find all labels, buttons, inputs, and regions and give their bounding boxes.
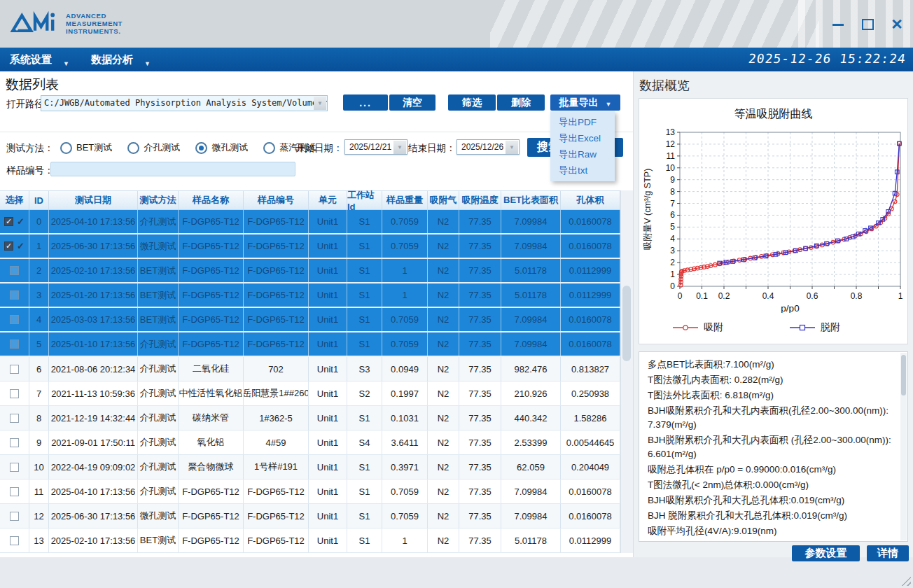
parameter-settings-button[interactable]: 参数设置	[792, 545, 860, 561]
row-checkbox[interactable]	[10, 414, 19, 423]
radio-icon	[60, 142, 72, 154]
table-row[interactable]: ✓✓12025-06-30 17:13:56微孔测试F-DGP65-T12F-D…	[0, 234, 620, 259]
menu-system-settings[interactable]: 系统设置▼	[10, 48, 69, 71]
sample-number-input[interactable]	[50, 162, 295, 176]
table-scrollbar[interactable]	[620, 190, 633, 553]
select-cell	[0, 455, 29, 479]
table-row[interactable]: 72021-11-13 10:59:36介孔测试中性活性氧化铝岳阳慧景1##26…	[0, 382, 620, 406]
table-cell: F-DGP65-T12	[179, 504, 244, 528]
method-radio[interactable]: BET测试	[60, 141, 112, 154]
table-cell: F-DGP65-T12	[244, 479, 309, 503]
start-date-input[interactable]: 2025/12/21 ▼	[344, 139, 407, 155]
table-cell: 3.6411	[382, 430, 428, 454]
resize-grip[interactable]	[901, 576, 911, 586]
table-cell: S1	[347, 504, 382, 528]
summary-scrollbar[interactable]	[900, 353, 907, 540]
row-checkbox[interactable]	[10, 365, 19, 374]
table-cell: F-DGP65-T12	[179, 210, 244, 233]
table-cell: 77.35	[459, 210, 501, 233]
table-row[interactable]: 82021-12-19 14:32:44介孔测试碳纳米管1#362-5Unit1…	[0, 406, 620, 430]
table-row[interactable]: 32025-01-20 17:13:56BET测试F-DGP65-T12F-DG…	[0, 284, 620, 308]
row-checkbox[interactable]	[10, 266, 19, 275]
row-checkbox[interactable]	[10, 389, 19, 398]
table-cell: 5.01178	[501, 259, 561, 282]
filter-button[interactable]: 筛选	[448, 94, 496, 111]
summary-line: T图法微孔(< 2nm)总体积:0.000(cm³/g)	[648, 478, 893, 492]
clear-button[interactable]: 清空	[389, 94, 435, 111]
row-checkbox[interactable]	[10, 536, 19, 545]
export-menu-item[interactable]: 导出PDF	[550, 114, 615, 130]
table-scrollbar-thumb[interactable]	[622, 286, 631, 361]
table-row[interactable]: 122025-06-30 17:13:56微孔测试F-DGP65-T12F-DG…	[0, 504, 620, 528]
row-checkbox[interactable]	[10, 512, 19, 521]
minimize-button[interactable]	[829, 17, 847, 32]
table-row[interactable]: 62021-08-06 20:12:34介孔测试二氧化硅702Unit1S30.…	[0, 357, 620, 382]
column-header[interactable]: 工作站Id	[347, 191, 382, 209]
row-checkbox[interactable]: ✓	[4, 217, 13, 226]
column-header[interactable]: 样品重量	[382, 191, 428, 209]
method-radio[interactable]: 介孔测试	[127, 141, 180, 154]
table-row[interactable]: 52025-01-10 17:13:56介孔测试F-DGP65-T12F-DGP…	[0, 332, 620, 357]
row-checkbox[interactable]	[10, 290, 19, 300]
maximize-button[interactable]	[858, 17, 877, 32]
column-header[interactable]: 孔体积	[561, 191, 620, 209]
table-row[interactable]: 92021-09-01 17:50:11介孔测试氧化铝4#59Unit1S43.…	[0, 430, 620, 455]
menu-data-analysis[interactable]: 数据分析▼	[91, 48, 151, 71]
table-cell: 7.09984	[501, 234, 561, 258]
table-cell: 6	[29, 357, 49, 381]
table-row[interactable]: 42025-03-03 17:13:56BET测试F-DGP65-T12F-DG…	[0, 308, 620, 332]
table-cell: 2025-01-20 17:13:56	[49, 284, 138, 307]
column-header[interactable]: 吸附温度	[459, 191, 501, 209]
table-row[interactable]: 132025-02-10 17:13:56BET测试F-DGP65-T12F-D…	[0, 528, 620, 553]
column-header[interactable]: BET比表面积	[501, 191, 561, 209]
combo-arrow-icon[interactable]: ▼	[506, 141, 518, 154]
details-button[interactable]: 详情	[867, 545, 909, 561]
column-header[interactable]: 测试方法	[138, 191, 179, 209]
chevron-down-icon: ▼	[144, 60, 151, 67]
end-date-input[interactable]: 2025/12/26 ▼	[456, 139, 520, 155]
select-cell	[0, 528, 29, 552]
row-checkbox[interactable]	[10, 340, 19, 349]
column-header[interactable]: 单元	[309, 191, 347, 209]
column-header[interactable]: 测试日期	[49, 191, 138, 209]
export-menu-item[interactable]: 导出txt	[550, 162, 615, 178]
batch-export-button[interactable]: 批量导出▼	[550, 94, 620, 111]
table-cell: 介孔测试	[138, 210, 179, 233]
browse-button[interactable]: ...	[343, 94, 388, 111]
table-row[interactable]: 22025-02-10 17:13:56BET测试F-DGP65-T12F-DG…	[0, 259, 620, 284]
isotherm-chart-card: 等温吸脱附曲线 01234567891011121300.10.20.40.60…	[639, 98, 908, 344]
combo-arrow-icon[interactable]: ▼	[393, 141, 406, 154]
row-checkbox[interactable]	[10, 463, 19, 472]
close-button[interactable]: ✕	[888, 17, 906, 32]
combo-arrow-icon[interactable]: ▼	[314, 97, 326, 110]
table-cell: 2025-03-03 17:13:56	[49, 308, 138, 331]
row-checkbox[interactable]	[10, 487, 19, 496]
table-cell: N2	[428, 308, 459, 331]
table-row[interactable]: 102022-04-19 09:09:02介孔测试聚合物微球1号样#191Uni…	[0, 455, 620, 479]
ami-logo: ADVANCED MEASUREMENT INSTRUMENTS.	[10, 7, 123, 39]
summary-scrollbar-thumb[interactable]	[901, 355, 906, 396]
row-checkbox[interactable]: ✓	[4, 241, 13, 251]
export-menu-item[interactable]: 导出Raw	[550, 146, 615, 162]
column-header[interactable]: 吸附气	[428, 191, 459, 209]
export-menu-item[interactable]: 导出Excel	[550, 130, 615, 146]
column-header[interactable]: ID	[29, 191, 49, 209]
table-cell: S1	[347, 479, 382, 503]
close-icon: ✕	[891, 18, 903, 31]
row-checkbox[interactable]	[10, 315, 19, 324]
table-cell: 77.35	[459, 259, 501, 282]
table-cell: S1	[347, 308, 382, 331]
table-row[interactable]: ✓✓02025-04-10 17:13:56介孔测试F-DGP65-T12F-D…	[0, 210, 620, 234]
table-cell: 介孔测试	[138, 406, 179, 430]
delete-button[interactable]: 删除	[497, 94, 545, 111]
table-cell: N2	[428, 210, 459, 233]
column-header[interactable]: 样品名称	[179, 191, 244, 209]
method-radio[interactable]: 微孔测试	[195, 141, 248, 154]
column-header[interactable]: 样品编号	[244, 191, 309, 209]
column-header[interactable]: 选择	[0, 191, 29, 209]
row-checkbox[interactable]	[10, 438, 19, 447]
path-input[interactable]: C:/JWGB/Automated Physisorption Analysis…	[41, 95, 328, 111]
table-cell: 聚合物微球	[179, 455, 244, 479]
table-cell: BET测试	[138, 284, 179, 307]
table-row[interactable]: 112025-04-10 17:13:56介孔测试F-DGP65-T12F-DG…	[0, 479, 620, 504]
